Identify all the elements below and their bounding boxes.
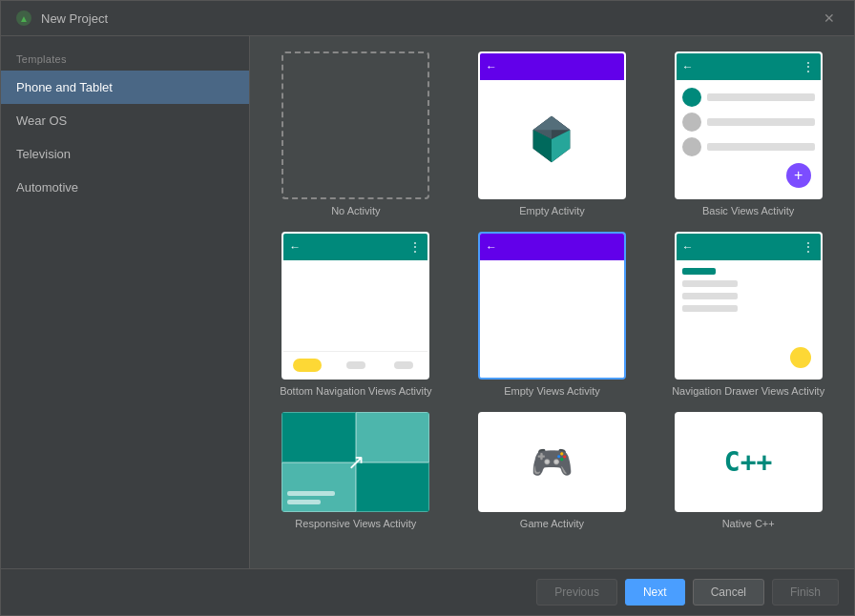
responsive-thumb: ↗ [282,412,429,512]
game-label: Game Activity [520,518,584,529]
menu-dots-icon: ⋮ [803,60,815,73]
nav-drawer-fab [790,347,811,368]
nav-drawer-line-active [682,268,716,275]
circle-1 [682,88,701,107]
template-cpp[interactable]: C++ Native C++ [657,412,839,529]
svg-marker-8 [533,115,571,130]
next-button[interactable]: Next [625,579,685,606]
footer: Previous Next Cancel Finish [1,568,854,615]
template-no-activity[interactable]: No Activity [265,51,447,216]
basic-line-row-3 [682,137,815,156]
empty-views-toolbar: ← [480,234,624,260]
sidebar-item-automotive[interactable]: Automotive [1,171,249,204]
back-arrow-icon: ← [682,60,696,73]
no-activity-label: No Activity [331,205,380,216]
bottom-nav-item-3 [380,361,428,369]
line-3 [707,143,815,151]
cancel-button[interactable]: Cancel [693,579,764,606]
basic-views-toolbar: ← ⋮ [677,53,821,80]
circle-2 [682,113,701,132]
nav-drawer-items [677,260,743,319]
line-2 [707,118,815,126]
bottom-nav-thumb: ← ⋮ [282,232,429,380]
bottom-nav-body [283,260,428,378]
nav-drawer-line-3 [682,305,738,312]
sidebar-item-wear-os[interactable]: Wear OS [1,104,249,137]
basic-views-body: + [677,80,821,197]
finish-button[interactable]: Finish [772,579,839,606]
template-empty-activity[interactable]: ← [462,51,643,216]
nav-drawer-panel [677,260,743,378]
bottom-nav-item-2 [332,361,380,369]
title-bar: ▲ New Project ✕ [1,1,854,36]
svg-text:▲: ▲ [19,13,29,24]
bottom-nav-label: Bottom Navigation Views Activity [280,385,431,397]
back-arrow-icon: ← [682,240,696,254]
nav-drawer-line-2 [682,293,738,299]
nav-drawer-body [677,260,821,378]
empty-activity-label: Empty Activity [519,205,584,216]
template-nav-drawer[interactable]: ← ⋮ [657,232,839,397]
bottom-nav-item-1 [283,359,331,372]
no-activity-thumb [282,51,429,199]
basic-lines [677,80,821,164]
cpp-label: Native C++ [722,518,775,529]
basic-views-label: Basic Views Activity [702,205,794,216]
previous-button[interactable]: Previous [536,579,617,606]
template-bottom-nav[interactable]: ← ⋮ [265,232,447,397]
gem-icon [524,112,579,167]
nav-drawer-label: Navigation Drawer Views Activity [672,385,824,397]
dialog-title: New Project [41,11,108,26]
template-responsive[interactable]: ↗ Responsive Views Activity [265,412,447,529]
content-area: No Activity ← [250,36,854,568]
sidebar-item-phone-tablet[interactable]: Phone and Tablet [1,71,249,104]
line-1 [707,93,815,101]
teal-cell-1 [282,412,356,462]
teal-small-line-1 [287,491,335,496]
main-content: Templates Phone and Tablet Wear OS Telev… [1,36,854,568]
sidebar-section-label: Templates [1,44,249,71]
fab-plus-icon: + [786,163,811,188]
new-project-dialog: ▲ New Project ✕ Templates Phone and Tabl… [0,0,855,616]
template-empty-views[interactable]: ← Empty Views Activity [462,232,643,397]
sidebar-item-television[interactable]: Television [1,137,249,171]
bottom-nav-active [293,359,322,372]
teal-small-row [287,491,335,504]
responsive-label: Responsive Views Activity [295,518,416,529]
template-basic-views[interactable]: ← ⋮ [657,51,839,216]
arrow-icon: ↗ [347,450,365,475]
bottom-nav-dot-2 [394,361,413,369]
back-arrow-icon: ← [486,240,499,254]
nav-drawer-toolbar: ← ⋮ [677,234,821,260]
android-icon: ▲ [14,9,33,28]
teal-cell-4 [356,462,430,513]
bottom-nav-dot-1 [346,361,365,369]
empty-activity-thumb: ← [478,51,626,199]
templates-grid: No Activity ← [265,51,839,529]
game-thumb: 🎮 [478,412,626,512]
menu-dots-icon: ⋮ [803,240,815,254]
cpp-icon: C++ [724,446,773,478]
nav-drawer-line-1 [682,280,738,287]
teal-small-line-2 [287,500,321,504]
nav-drawer-thumb: ← ⋮ [675,232,823,380]
circle-3 [682,137,701,156]
teal-cell-2 [356,412,430,462]
basic-line-row-2 [682,113,815,132]
empty-views-label: Empty Views Activity [504,385,600,397]
template-game[interactable]: 🎮 Game Activity [462,412,643,529]
sidebar: Templates Phone and Tablet Wear OS Telev… [1,36,250,568]
bottom-nav-bar [283,351,428,378]
basic-views-thumb: ← ⋮ [675,51,823,199]
gamepad-icon: 🎮 [531,442,573,483]
basic-line-row-1 [682,88,815,107]
close-button[interactable]: ✕ [818,9,841,28]
bottom-nav-toolbar: ← ⋮ [283,234,428,260]
empty-activity-toolbar: ← [480,53,624,80]
cpp-thumb: C++ [675,412,823,512]
title-bar-left: ▲ New Project [14,9,108,28]
menu-dots-icon: ⋮ [409,240,422,254]
back-arrow-icon: ← [289,240,302,254]
back-arrow-icon: ← [486,60,499,73]
teal-cell-3 [282,462,356,513]
